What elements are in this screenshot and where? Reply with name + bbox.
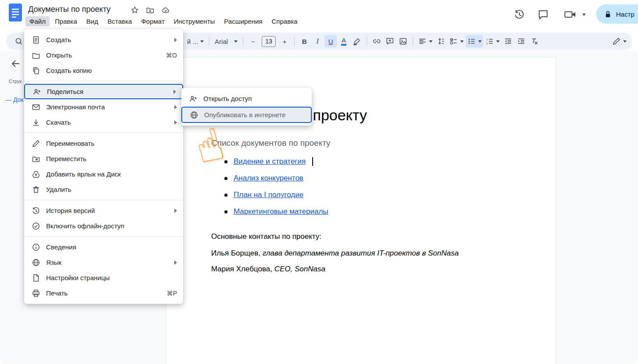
underline-button[interactable]: U: [324, 35, 337, 47]
menu-item-label: Открыть: [46, 51, 160, 59]
menu-divider: [24, 133, 183, 133]
text-color-button[interactable]: A: [338, 35, 350, 47]
menu-item-rename[interactable]: Переименовать: [24, 136, 183, 151]
increase-font-size-button[interactable]: +: [278, 35, 291, 47]
line-spacing-icon: [436, 37, 445, 46]
numbered-list-icon: [485, 37, 494, 46]
folder-open-icon: [32, 51, 40, 60]
font-family-dropdown[interactable]: Arial: [213, 35, 239, 47]
align-dropdown[interactable]: [417, 35, 434, 47]
contact-name: Мария Хлебцова,: [211, 265, 274, 273]
menu-item-label: Переместить: [46, 155, 177, 162]
chevron-down-icon: [496, 40, 500, 43]
toolbar-controls: й ... Arial − 13 + B I U A: [185, 32, 628, 50]
submenu-arrow-icon: [174, 105, 177, 109]
increase-indent-button[interactable]: [515, 35, 527, 47]
menu-item-print[interactable]: Печать ⌘P: [24, 285, 183, 301]
menu-item-shortcut: ⌘O: [166, 52, 177, 59]
menu-item-create[interactable]: Создать: [24, 32, 183, 47]
menu-item-language[interactable]: Язык: [24, 255, 183, 270]
outline-dash-icon: —: [5, 96, 11, 103]
menu-item-version-history[interactable]: История версий: [24, 203, 183, 218]
menu-item-move[interactable]: Переместить: [24, 151, 183, 166]
menu-help[interactable]: Справка: [268, 16, 302, 26]
menu-item-email[interactable]: Электронная почта: [24, 99, 183, 115]
doc-link-competitors[interactable]: Анализ конкурентов: [234, 174, 303, 183]
font-size-input[interactable]: 13: [262, 36, 276, 47]
search-menus-button[interactable]: [13, 35, 25, 47]
submenu-item-publish-to-web[interactable]: Опубликовать в интернете: [181, 107, 312, 123]
menu-bar: Файл Правка Вид Вставка Формат Инструмен…: [25, 16, 301, 26]
toolbar-divider: [367, 36, 367, 46]
menu-divider: [24, 236, 183, 237]
menu-file[interactable]: Файл: [25, 16, 50, 26]
back-arrow-button[interactable]: [11, 58, 21, 69]
add-comment-button[interactable]: [384, 35, 396, 47]
lock-icon: [604, 10, 612, 18]
decrease-font-size-button[interactable]: −: [247, 35, 259, 47]
doc-link-marketing[interactable]: Маркетинговые материалы: [234, 207, 328, 216]
italic-button[interactable]: I: [311, 35, 324, 47]
numbered-list-dropdown[interactable]: [484, 35, 501, 47]
star-button[interactable]: [130, 6, 139, 14]
toolbar-divider: [209, 36, 209, 46]
editing-mode-dropdown[interactable]: [611, 35, 628, 47]
contact-role: CEO, SonNasa: [274, 265, 325, 273]
google-docs-logo[interactable]: [9, 4, 22, 22]
menu-item-offline[interactable]: Включить офлайн-доступ: [24, 218, 183, 234]
insert-image-button[interactable]: [397, 35, 409, 47]
align-left-icon: [418, 37, 427, 46]
line-spacing-button[interactable]: [435, 35, 447, 47]
menu-extensions[interactable]: Расширения: [220, 16, 266, 26]
document-status-cloud-icon[interactable]: [161, 6, 170, 14]
info-icon: [32, 243, 40, 252]
highlight-color-button[interactable]: [351, 35, 363, 47]
clear-formatting-button[interactable]: [528, 35, 541, 47]
chevron-down-icon: [623, 40, 627, 43]
page-setup-icon: [32, 274, 40, 282]
menu-item-label: Печать: [46, 289, 161, 297]
menu-item-add-shortcut-to-drive[interactable]: Добавить ярлык на Диск: [24, 166, 183, 182]
share-person-icon: [189, 94, 198, 103]
comments-button[interactable]: [537, 8, 550, 21]
chevron-down-icon[interactable]: [582, 14, 586, 16]
menu-item-label: История версий: [46, 207, 169, 214]
text-color-label: A: [341, 37, 346, 46]
decrease-indent-button[interactable]: [502, 35, 514, 47]
insert-link-button[interactable]: [371, 35, 383, 47]
bold-button[interactable]: B: [298, 35, 310, 47]
bulleted-list-dropdown[interactable]: [466, 35, 483, 47]
paragraph-styles-dropdown[interactable]: й ...: [185, 35, 205, 47]
share-button[interactable]: Настр: [596, 4, 638, 24]
menu-format[interactable]: Формат: [137, 16, 168, 26]
menu-view[interactable]: Вид: [83, 16, 102, 26]
menu-tools[interactable]: Инструменты: [170, 16, 219, 26]
menu-item-share[interactable]: Поделиться: [24, 84, 183, 99]
list-item: План на I полугодие: [224, 187, 328, 203]
menu-item-page-setup[interactable]: Настройки страницы: [24, 270, 183, 285]
meet-button[interactable]: [564, 8, 587, 21]
file-menu: Создать Открыть ⌘O Создать копию Поделит…: [24, 29, 183, 304]
move-to-folder-button[interactable]: [146, 6, 155, 14]
menu-item-details[interactable]: Сведения: [24, 239, 183, 255]
doc-link-vision[interactable]: Видение и стратегия: [234, 157, 306, 166]
chevron-down-icon: [234, 40, 238, 43]
menu-item-open[interactable]: Открыть ⌘O: [24, 47, 183, 63]
version-history-icon: [32, 206, 40, 215]
version-history-button[interactable]: [514, 8, 526, 21]
menu-edit[interactable]: Правка: [51, 16, 81, 26]
submenu-arrow-icon: [174, 38, 177, 42]
menu-insert[interactable]: Вставка: [104, 16, 136, 26]
chevron-down-icon: [429, 40, 433, 43]
menu-item-label: Создать копию: [46, 67, 177, 74]
outline-heading-item[interactable]: — Док: [5, 96, 23, 103]
submenu-item-share-with-others[interactable]: Открыть доступ: [181, 90, 312, 107]
checklist-icon: [449, 37, 458, 46]
document-title-field[interactable]: Документы по проекту: [28, 5, 111, 14]
doc-link-halfyear-plan[interactable]: План на I полугодие: [234, 191, 303, 199]
menu-item-make-copy[interactable]: Создать копию: [24, 63, 183, 78]
menu-item-delete[interactable]: Удалить: [24, 182, 183, 197]
search-icon: [14, 37, 23, 46]
checklist-dropdown[interactable]: [448, 35, 465, 47]
menu-item-download[interactable]: Скачать: [24, 115, 183, 130]
